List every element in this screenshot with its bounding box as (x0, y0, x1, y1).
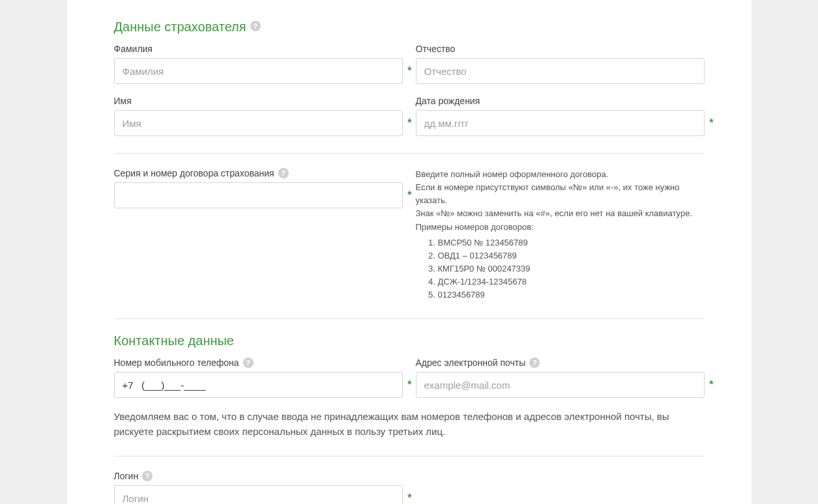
firstname-field: Имя * (114, 96, 403, 136)
birthdate-label: Дата рождения (416, 96, 705, 106)
birthdate-field: Дата рождения * (416, 96, 705, 136)
login-field: Логин ? * (114, 471, 403, 504)
help-icon[interactable]: ? (278, 168, 289, 178)
firstname-label: Имя (114, 96, 403, 106)
list-item: ВМСР50 № 123456789 (438, 236, 705, 249)
list-item: КМГ15Р0 № 000247339 (438, 262, 705, 275)
email-label-text: Адрес электронной почты (416, 357, 526, 368)
contact-section-title: Контактные данные (114, 333, 705, 348)
contract-number-label-text: Серия и номер договора страхования (114, 168, 274, 178)
contract-number-field: Серия и номер договора страхования ? * (114, 168, 403, 208)
contract-hint-replace: Знак «№» можно заменить на «#», если его… (416, 207, 705, 220)
form-page: Данные страхователя ? Фамилия * Отчество… (67, 0, 752, 504)
contact-disclaimer: Уведомляем вас о том, что в случае ввода… (114, 410, 705, 439)
patronymic-field: Отчество (416, 44, 705, 84)
login-label-text: Логин (114, 471, 139, 481)
help-icon[interactable]: ? (142, 471, 153, 481)
divider (114, 318, 705, 319)
required-marker: * (407, 117, 411, 129)
insurer-section-title-text: Данные страхователя (114, 20, 246, 35)
help-icon[interactable]: ? (250, 21, 261, 31)
contract-number-input[interactable] (114, 182, 403, 208)
divider (114, 456, 705, 456)
required-marker: * (709, 117, 713, 129)
firstname-input[interactable] (114, 110, 403, 136)
lastname-label: Фамилия (114, 44, 403, 54)
list-item: ДСЖ-1/1234-12345678 (438, 275, 705, 288)
phone-field: Номер мобильного телефона ? * (114, 357, 403, 398)
email-label: Адрес электронной почты ? (416, 357, 705, 368)
birthdate-input[interactable] (416, 110, 705, 136)
required-marker: * (407, 189, 411, 201)
login-input[interactable] (114, 485, 403, 504)
list-item: ОВД1 – 0123456789 (438, 249, 705, 262)
login-label: Логин ? (114, 471, 403, 481)
required-marker: * (407, 65, 411, 77)
contact-section-title-text: Контактные данные (114, 333, 235, 348)
required-marker: * (407, 492, 411, 504)
contract-hint-block: Введите полный номер оформленного догово… (416, 168, 705, 301)
lastname-input[interactable] (114, 58, 403, 84)
email-input[interactable] (416, 372, 705, 398)
help-icon[interactable]: ? (529, 357, 540, 368)
help-icon[interactable]: ? (243, 357, 254, 368)
required-marker: * (709, 379, 713, 391)
contract-hint-symbols: Если в номере присутствуют символы «№» и… (416, 181, 705, 207)
email-field: Адрес электронной почты ? * (416, 357, 705, 398)
phone-label: Номер мобильного телефона ? (114, 357, 403, 368)
divider (114, 153, 705, 154)
patronymic-input[interactable] (416, 58, 705, 84)
list-item: 0123456789 (438, 288, 705, 301)
contract-examples-list: ВМСР50 № 123456789 ОВД1 – 0123456789 КМГ… (438, 236, 705, 302)
required-marker: * (407, 379, 411, 391)
lastname-field: Фамилия * (114, 44, 403, 84)
contract-examples-title: Примеры номеров договоров: (416, 221, 705, 234)
phone-label-text: Номер мобильного телефона (114, 357, 239, 368)
contract-hint-intro: Введите полный номер оформленного догово… (416, 168, 705, 181)
contract-number-label: Серия и номер договора страхования ? (114, 168, 403, 178)
insurer-section-title: Данные страхователя ? (114, 20, 705, 35)
phone-input[interactable] (114, 372, 403, 398)
patronymic-label: Отчество (416, 44, 705, 54)
